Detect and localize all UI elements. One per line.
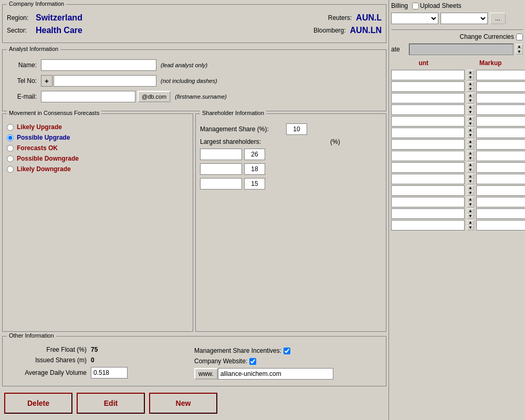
radio-possible_downgrade[interactable] bbox=[7, 155, 14, 162]
edit-button[interactable]: Edit bbox=[77, 393, 145, 414]
right-amount-field-0[interactable] bbox=[391, 70, 465, 80]
right-spin-down-13[interactable]: ▼ bbox=[467, 225, 474, 230]
right-spin-up-11[interactable]: ▲ bbox=[467, 197, 474, 202]
right-spin-up-5[interactable]: ▲ bbox=[467, 128, 474, 133]
right-markup-field-4[interactable] bbox=[476, 116, 525, 127]
right-markup-field-10[interactable] bbox=[476, 185, 525, 196]
right-spin-4[interactable]: ▲▼ bbox=[467, 116, 474, 127]
right-amount-field-10[interactable] bbox=[391, 185, 465, 196]
right-amount-field-12[interactable] bbox=[391, 208, 465, 219]
right-spin-down-1[interactable]: ▼ bbox=[467, 87, 474, 92]
right-spin-down-8[interactable]: ▼ bbox=[467, 167, 474, 173]
right-spin-11[interactable]: ▲▼ bbox=[467, 197, 474, 207]
email-at-button[interactable]: @db.com bbox=[138, 91, 171, 102]
right-markup-field-9[interactable] bbox=[476, 174, 525, 184]
right-spin-13[interactable]: ▲▼ bbox=[467, 220, 474, 230]
shareholder-name-0[interactable] bbox=[200, 149, 242, 160]
avg-daily-input[interactable] bbox=[91, 367, 128, 379]
rate-input[interactable] bbox=[409, 44, 513, 55]
right-spin-down-5[interactable]: ▼ bbox=[467, 133, 474, 138]
right-spin-9[interactable]: ▲▼ bbox=[467, 174, 474, 184]
right-markup-field-11[interactable] bbox=[476, 197, 525, 207]
right-markup-field-7[interactable] bbox=[476, 151, 525, 161]
shareholder-name-2[interactable] bbox=[200, 178, 242, 190]
right-dropdown-2[interactable] bbox=[440, 13, 488, 24]
right-spin-up-1[interactable]: ▲ bbox=[467, 81, 474, 87]
change-currencies-checkbox[interactable] bbox=[516, 34, 523, 40]
rate-spin[interactable]: ▲ ▼ bbox=[516, 44, 523, 55]
right-spin-up-13[interactable]: ▲ bbox=[467, 220, 474, 225]
right-spin-5[interactable]: ▲▼ bbox=[467, 128, 474, 138]
tel-input[interactable] bbox=[54, 75, 156, 87]
right-markup-field-6[interactable] bbox=[476, 139, 525, 150]
right-spin-up-6[interactable]: ▲ bbox=[467, 139, 474, 144]
right-spin-7[interactable]: ▲▼ bbox=[467, 151, 474, 161]
delete-button[interactable]: Delete bbox=[4, 393, 72, 414]
radio-possible_upgrade[interactable] bbox=[7, 134, 14, 141]
right-markup-field-5[interactable] bbox=[476, 128, 525, 138]
right-spin-down-12[interactable]: ▼ bbox=[467, 214, 474, 219]
right-spin-8[interactable]: ▲▼ bbox=[467, 162, 474, 173]
right-spin-up-12[interactable]: ▲ bbox=[467, 208, 474, 214]
dots-button[interactable]: ... bbox=[490, 13, 506, 24]
upload-sheets-checkbox[interactable] bbox=[412, 3, 419, 9]
radio-likely_upgrade[interactable] bbox=[7, 124, 14, 131]
right-markup-field-0[interactable] bbox=[476, 70, 525, 80]
right-amount-field-1[interactable] bbox=[391, 81, 465, 92]
new-button[interactable]: New bbox=[149, 393, 217, 414]
shareholder-pct-0[interactable] bbox=[244, 149, 265, 160]
right-amount-field-7[interactable] bbox=[391, 151, 465, 161]
right-spin-6[interactable]: ▲▼ bbox=[467, 139, 474, 150]
right-spin-up-4[interactable]: ▲ bbox=[467, 116, 474, 121]
right-markup-field-3[interactable] bbox=[476, 104, 525, 115]
right-spin-up-9[interactable]: ▲ bbox=[467, 174, 474, 179]
right-spin-up-7[interactable]: ▲ bbox=[467, 151, 474, 156]
right-amount-field-11[interactable] bbox=[391, 197, 465, 207]
right-spin-up-3[interactable]: ▲ bbox=[467, 104, 474, 110]
right-markup-field-1[interactable] bbox=[476, 81, 525, 92]
shareholder-pct-1[interactable] bbox=[244, 163, 265, 175]
right-spin-down-7[interactable]: ▼ bbox=[467, 156, 474, 161]
right-spin-up-0[interactable]: ▲ bbox=[467, 70, 474, 75]
right-spin-up-8[interactable]: ▲ bbox=[467, 162, 474, 167]
right-markup-field-13[interactable] bbox=[476, 220, 525, 230]
right-spin-down-11[interactable]: ▼ bbox=[467, 202, 474, 207]
rate-spin-up[interactable]: ▲ bbox=[516, 44, 523, 49]
company-website-checkbox[interactable] bbox=[249, 358, 256, 365]
right-amount-field-5[interactable] bbox=[391, 128, 465, 138]
right-amount-field-8[interactable] bbox=[391, 162, 465, 173]
right-spin-3[interactable]: ▲▼ bbox=[467, 104, 474, 115]
right-amount-field-13[interactable] bbox=[391, 220, 465, 230]
right-spin-down-9[interactable]: ▼ bbox=[467, 179, 474, 184]
email-input[interactable] bbox=[41, 91, 135, 102]
right-spin-0[interactable]: ▲▼ bbox=[467, 70, 474, 80]
right-spin-down-3[interactable]: ▼ bbox=[467, 110, 474, 115]
tel-plus-button[interactable]: + bbox=[41, 75, 52, 87]
website-input[interactable] bbox=[218, 368, 333, 380]
right-amount-field-4[interactable] bbox=[391, 116, 465, 127]
right-spin-down-6[interactable]: ▼ bbox=[467, 144, 474, 150]
right-spin-1[interactable]: ▲▼ bbox=[467, 81, 474, 92]
right-spin-down-4[interactable]: ▼ bbox=[467, 121, 474, 127]
mgmt-incentives-checkbox[interactable] bbox=[284, 348, 290, 354]
radio-forecasts_ok[interactable] bbox=[7, 145, 14, 152]
right-amount-field-2[interactable] bbox=[391, 93, 465, 103]
right-spin-up-10[interactable]: ▲ bbox=[467, 185, 474, 191]
right-markup-field-8[interactable] bbox=[476, 162, 525, 173]
right-markup-field-2[interactable] bbox=[476, 93, 525, 103]
right-spin-up-2[interactable]: ▲ bbox=[467, 93, 474, 98]
rate-spin-down[interactable]: ▼ bbox=[516, 49, 523, 55]
right-spin-down-2[interactable]: ▼ bbox=[467, 98, 474, 103]
right-amount-field-9[interactable] bbox=[391, 174, 465, 184]
right-spin-2[interactable]: ▲▼ bbox=[467, 93, 474, 103]
right-spin-down-0[interactable]: ▼ bbox=[467, 75, 474, 80]
right-spin-12[interactable]: ▲▼ bbox=[467, 208, 474, 219]
mgmt-share-input[interactable] bbox=[286, 123, 307, 135]
right-spin-down-10[interactable]: ▼ bbox=[467, 191, 474, 196]
right-markup-field-12[interactable] bbox=[476, 208, 525, 219]
shareholder-pct-2[interactable] bbox=[244, 178, 265, 190]
right-spin-10[interactable]: ▲▼ bbox=[467, 185, 474, 196]
radio-likely_downgrade[interactable] bbox=[7, 166, 14, 173]
right-amount-field-3[interactable] bbox=[391, 104, 465, 115]
shareholder-name-1[interactable] bbox=[200, 163, 242, 175]
